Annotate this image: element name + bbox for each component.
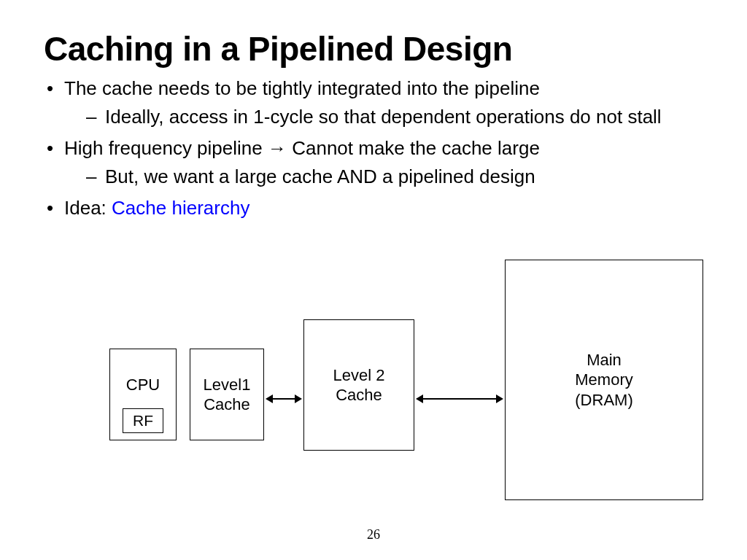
bullet-3-highlight: Cache hierarchy [112,197,249,219]
l1-label-2: Cache [204,394,250,415]
bullet-1: The cache needs to be tightly integrated… [44,76,703,130]
bullet-1a-text: Ideally, access in 1-cycle so that depen… [105,106,662,128]
bullet-2a-text: But, we want a large cache AND a pipelin… [105,166,535,187]
page-number: 26 [0,527,747,542]
rf-box: RF [123,408,163,433]
bullet-3: Idea: Cache hierarchy [44,195,703,221]
l1-cache-box: Level1 Cache [190,349,264,440]
bullet-2a: But, we want a large cache AND a pipelin… [64,164,703,190]
arrow-l1-l2-icon [273,398,295,400]
cpu-label: CPU [126,375,160,395]
bullet-3-pre: Idea: [64,197,112,219]
bullet-2-post: Cannot make the cache large [287,137,540,159]
mem-label-1: Main [587,350,622,370]
mem-label-2: Memory [575,370,632,390]
rf-label: RF [133,412,153,429]
bullet-2: High frequency pipeline → Cannot make th… [44,136,703,190]
mem-label-3: (DRAM) [575,390,632,411]
l2-label-2: Cache [336,385,382,405]
bullet-1a: Ideally, access in 1-cycle so that depen… [64,104,703,130]
page-title: Caching in a Pipelined Design [44,29,703,69]
bullet-list: The cache needs to be tightly integrated… [44,76,703,221]
arrow-l2-mem-icon [423,398,496,400]
slide: Caching in a Pipelined Design The cache … [0,0,747,560]
bullet-1-text: The cache needs to be tightly integrated… [64,77,540,99]
l2-label-1: Level 2 [333,365,385,386]
right-arrow-icon: → [268,137,287,159]
bullet-2-pre: High frequency pipeline [64,137,268,159]
main-memory-box: Main Memory (DRAM) [505,260,703,500]
cpu-box: CPU [109,349,177,440]
l2-cache-box: Level 2 Cache [303,319,414,451]
l1-label-1: Level1 [204,375,251,395]
